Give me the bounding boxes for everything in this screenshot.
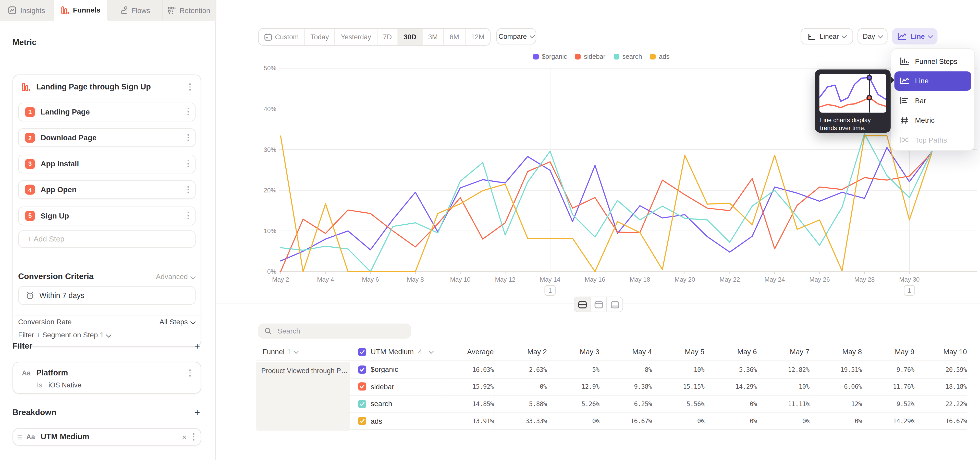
menu-item-funnel-steps[interactable]: Funnel Steps (894, 51, 971, 71)
breakdown-column-header[interactable]: UTM Medium4 (350, 343, 444, 361)
series-checkbox[interactable] (358, 383, 366, 391)
column-header-may-5[interactable]: May 5 (652, 343, 704, 361)
funnel-step-app-install[interactable]: 3 App Install (18, 154, 196, 173)
step-kebab-menu[interactable] (181, 184, 195, 196)
series-checkbox[interactable] (358, 400, 366, 408)
drag-handle-icon[interactable] (18, 435, 22, 439)
scale-dropdown[interactable]: Linear (800, 28, 853, 45)
tab-label: Flows (131, 6, 150, 14)
layout-split-icon (578, 301, 587, 308)
column-header-may-3[interactable]: May 3 (547, 343, 600, 361)
search-input[interactable] (276, 327, 405, 335)
step-kebab-menu[interactable] (181, 132, 195, 144)
step-label: Landing Page (41, 107, 181, 116)
funnel-kebab-menu[interactable] (183, 81, 197, 93)
filter-card: Aa Platform Is iOS Native (13, 362, 201, 394)
step-kebab-menu[interactable] (181, 105, 195, 118)
menu-item-label: Metric (915, 117, 935, 124)
add-filter-button[interactable]: + (194, 340, 200, 351)
legend-item-search[interactable]: search (614, 53, 642, 60)
range-today[interactable]: Today (305, 29, 335, 45)
svg-text:1: 1 (908, 287, 912, 294)
series-checkbox[interactable] (358, 417, 366, 425)
series-checkbox[interactable] (358, 348, 366, 356)
legend-item-organic[interactable]: $organic (533, 53, 567, 60)
search-icon (264, 327, 272, 335)
funnel-step-sign-up[interactable]: 5 Sign Up (18, 206, 196, 225)
range-7d[interactable]: 7D (377, 29, 398, 45)
layout-chart-only-button[interactable] (590, 297, 607, 311)
menu-item-metric[interactable]: Metric (894, 110, 971, 130)
legend-label: sidebar (584, 53, 605, 60)
menu-item-bar[interactable]: Bar (894, 91, 971, 110)
layout-split-button[interactable] (574, 297, 591, 311)
conversion-rate-dropdown[interactable]: All Steps (159, 318, 194, 325)
x-axis-label: May 6 (362, 276, 379, 283)
table-row-organic: $organic16.03%2.63%5%8%10%5.36%12.82%19.… (256, 361, 967, 378)
annotation-badge[interactable]: 1 (904, 286, 915, 295)
add-breakdown-button[interactable]: + (194, 407, 200, 418)
series-checkbox[interactable] (358, 366, 366, 374)
value-cell: 0% (652, 413, 704, 430)
funnel-step-download-page[interactable]: 2 Download Page (18, 128, 196, 147)
funnels-dashboard: Insights Funnels Flows Retention Metric … (0, 0, 980, 460)
range-3m[interactable]: 3M (423, 29, 444, 45)
legend-item-ads[interactable]: ads (650, 53, 670, 60)
column-header-may-6[interactable]: May 6 (704, 343, 757, 361)
filter-property[interactable]: Platform (36, 369, 183, 377)
tab-insights[interactable]: Insights (0, 0, 54, 21)
range-6m[interactable]: 6M (444, 29, 466, 45)
funnel-step-app-open[interactable]: 4 App Open (18, 180, 196, 199)
filter-value[interactable]: iOS Native (48, 381, 81, 388)
filter-segment-dropdown[interactable]: Filter + Segment on Step 1 (18, 331, 110, 339)
column-header-may-9[interactable]: May 9 (862, 343, 915, 361)
tab-flows[interactable]: Flows (108, 0, 162, 21)
step-kebab-menu[interactable] (181, 209, 195, 222)
conversion-window-button[interactable]: Within 7 days (18, 286, 196, 305)
tab-retention[interactable]: Retention (162, 0, 216, 21)
funnel-column-header[interactable]: Funnel1 (256, 343, 350, 361)
tooltip-preview-chart (819, 74, 886, 113)
menu-item-line[interactable]: Line (894, 71, 971, 91)
step-kebab-menu[interactable] (181, 158, 195, 170)
column-header-may-4[interactable]: May 4 (600, 343, 652, 361)
tab-funnels[interactable]: Funnels (54, 0, 108, 21)
annotation-badge[interactable]: 1 (545, 286, 555, 295)
legend-item-sidebar[interactable]: sidebar (575, 53, 606, 60)
text-type-icon: Aa (26, 433, 35, 441)
tab-label: Funnels (73, 6, 100, 14)
value-cell: 15.15% (652, 378, 704, 395)
remove-breakdown-icon[interactable]: × (178, 432, 190, 442)
advanced-dropdown[interactable]: Advanced (156, 273, 194, 280)
breakdown-kebab-menu[interactable] (190, 431, 197, 443)
add-step-label: + Add Step (27, 235, 65, 243)
granularity-dropdown[interactable]: Day (858, 28, 888, 45)
funnel-cell[interactable]: Product Viewed through P… (256, 362, 350, 431)
legend-label: ads (659, 53, 670, 60)
column-header-may-8[interactable]: May 8 (809, 343, 862, 361)
compare-button[interactable]: Compare (496, 28, 536, 45)
funnel-step-landing-page[interactable]: 1 Landing Page (18, 102, 196, 121)
breakdown-card: Aa UTM Medium × (13, 428, 201, 446)
layout-table-only-button[interactable] (607, 297, 622, 311)
range-12m[interactable]: 12M (466, 29, 490, 45)
value-cell: 33.33% (494, 413, 547, 430)
column-header-may-2[interactable]: May 2 (494, 343, 547, 361)
filter-kebab-menu[interactable] (183, 367, 197, 379)
range-yesterday[interactable]: Yesterday (335, 29, 377, 45)
value-cell: 2.63% (494, 361, 547, 378)
funnel-metric-icon (22, 83, 30, 91)
range-30d[interactable]: 30D (398, 29, 423, 45)
breakdown-property[interactable]: UTM Medium (41, 433, 178, 441)
chart-type-dropdown[interactable]: Line (892, 28, 938, 45)
add-step-button[interactable]: + Add Step (18, 230, 196, 248)
value-cell: 11.76% (862, 378, 915, 395)
column-header-may-10[interactable]: May 10 (915, 343, 967, 361)
range-custom[interactable]: Custom (259, 29, 305, 45)
filter-operator[interactable]: Is (37, 381, 42, 388)
conversion-window-label: Within 7 days (39, 291, 84, 300)
x-axis-label: May 30 (899, 276, 920, 283)
value-cell: 10% (757, 378, 810, 395)
column-header-average[interactable]: Average (444, 343, 494, 361)
column-header-may-7[interactable]: May 7 (757, 343, 810, 361)
